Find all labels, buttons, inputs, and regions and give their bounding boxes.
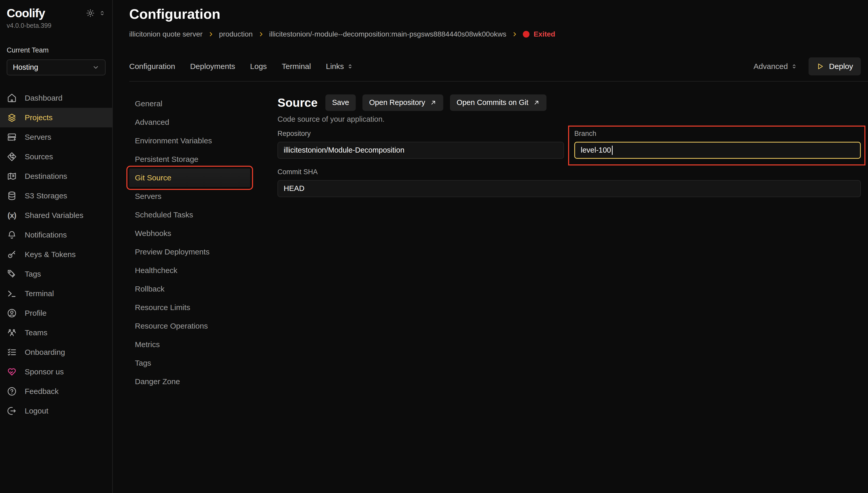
open-repository-label: Open Repository xyxy=(369,98,425,107)
sidebar-item-label: Profile xyxy=(25,309,47,318)
breadcrumb-project[interactable]: illicitonion quote server xyxy=(129,30,203,38)
commit-sha-value: HEAD xyxy=(284,184,304,193)
open-commits-label: Open Commits on Git xyxy=(457,98,528,107)
sidebar-item-tags[interactable]: Tags xyxy=(0,264,112,284)
subnav-item-healthcheck[interactable]: Healthcheck xyxy=(129,261,250,280)
subnav-item-advanced[interactable]: Advanced xyxy=(129,113,250,131)
repository-label: Repository xyxy=(277,130,564,138)
page-title: Configuration xyxy=(129,7,868,21)
sidebar-item-s3-storages[interactable]: S3 Storages xyxy=(0,186,112,206)
breadcrumb: illicitonion quote server production ill… xyxy=(129,30,868,38)
breadcrumb-application[interactable]: illicitestonion/-module--decomposition:m… xyxy=(269,30,506,38)
sidebar-item-feedback[interactable]: Feedback xyxy=(0,382,112,401)
external-link-icon xyxy=(430,99,437,106)
subnav-item-webhooks[interactable]: Webhooks xyxy=(129,224,250,243)
sidebar-item-notifications[interactable]: Notifications xyxy=(0,225,112,245)
repository-field: Repository illicitestonion/Module-Decomp… xyxy=(277,130,564,159)
subnav-item-environment-variables[interactable]: Environment Variables xyxy=(129,131,250,150)
sidebar-item-label: Projects xyxy=(25,113,52,122)
sidebar-item-onboarding[interactable]: Onboarding xyxy=(0,342,112,362)
theme-selector-chevrons-icon[interactable] xyxy=(99,10,106,17)
team-select[interactable]: Hosting xyxy=(7,60,106,76)
sidebar-item-label: Onboarding xyxy=(25,348,65,357)
sidebar-item-sources[interactable]: Sources xyxy=(0,147,112,167)
breadcrumb-environment[interactable]: production xyxy=(219,30,253,38)
deploy-label: Deploy xyxy=(829,62,853,71)
sidebar: Coolify v4.0.0-beta xyxy=(0,0,113,493)
source-section: Source Save Open Repository Open Commits… xyxy=(277,94,868,493)
deploy-button[interactable]: Deploy xyxy=(808,57,861,76)
tab-links[interactable]: Links xyxy=(326,62,353,71)
variable-icon: (x) xyxy=(7,210,17,220)
subnav-item-resource-limits[interactable]: Resource Limits xyxy=(129,298,250,317)
app-root: Coolify v4.0.0-beta xyxy=(0,0,868,493)
app-version: v4.0.0-beta.399 xyxy=(0,22,112,29)
tab-label: Deployments xyxy=(190,62,235,71)
sidebar-item-teams[interactable]: Teams xyxy=(0,323,112,342)
sidebar-item-shared-variables[interactable]: (x) Shared Variables xyxy=(0,206,112,225)
sidebar-item-logout[interactable]: Logout xyxy=(0,401,112,421)
chevron-down-icon xyxy=(92,64,99,71)
sidebar-item-label: S3 Storages xyxy=(25,191,67,200)
status-dot-icon xyxy=(523,31,529,38)
configuration-subnav: GeneralAdvancedEnvironment VariablesPers… xyxy=(129,94,250,493)
commit-sha-field: Commit SHA HEAD xyxy=(277,168,861,197)
tab-label: Configuration xyxy=(129,62,175,71)
text-cursor xyxy=(612,146,613,155)
save-label: Save xyxy=(332,98,349,107)
subnav-item-persistent-storage[interactable]: Persistent Storage xyxy=(129,150,250,169)
section-title: Source xyxy=(277,96,318,110)
sidebar-item-sponsor-us[interactable]: Sponsor us xyxy=(0,362,112,382)
subnav-item-metrics[interactable]: Metrics xyxy=(129,335,250,354)
subnav-item-general[interactable]: General xyxy=(129,94,250,113)
branch-input[interactable]: level-100 xyxy=(574,142,861,159)
heart-icon xyxy=(7,367,17,377)
sidebar-item-label: Sources xyxy=(25,152,53,161)
subnav-item-servers[interactable]: Servers xyxy=(129,187,250,206)
subnav-item-git-source[interactable]: Git Source xyxy=(129,169,250,187)
theme-toggle-sun-icon[interactable] xyxy=(86,9,95,18)
sidebar-item-destinations[interactable]: Destinations xyxy=(0,167,112,186)
sidebar-item-dashboard[interactable]: Dashboard xyxy=(0,88,112,108)
tab-terminal[interactable]: Terminal xyxy=(282,62,311,71)
advanced-toggle[interactable]: Advanced xyxy=(754,62,797,71)
sidebar-item-label: Tags xyxy=(25,270,41,278)
open-commits-button[interactable]: Open Commits on Git xyxy=(450,94,547,111)
subnav-item-scheduled-tasks[interactable]: Scheduled Tasks xyxy=(129,206,250,224)
tab-deployments[interactable]: Deployments xyxy=(190,62,235,71)
tab-logs[interactable]: Logs xyxy=(250,62,267,71)
sidebar-item-profile[interactable]: Profile xyxy=(0,303,112,323)
subnav-item-resource-operations[interactable]: Resource Operations xyxy=(129,317,250,335)
logout-icon xyxy=(7,406,17,416)
tab-label: Logs xyxy=(250,62,267,71)
subnav-item-tags[interactable]: Tags xyxy=(129,354,250,372)
database-icon xyxy=(7,191,17,201)
commit-sha-input[interactable]: HEAD xyxy=(277,180,861,197)
team-select-value: Hosting xyxy=(13,63,38,71)
repository-input[interactable]: illicitestonion/Module-Decomposition xyxy=(277,142,564,159)
open-repository-button[interactable]: Open Repository xyxy=(362,94,443,111)
save-button[interactable]: Save xyxy=(325,94,356,111)
chevron-right-icon xyxy=(258,31,264,37)
sidebar-item-projects[interactable]: Projects xyxy=(0,108,112,127)
branch-label: Branch xyxy=(574,130,861,138)
subnav-item-preview-deployments[interactable]: Preview Deployments xyxy=(129,243,250,261)
repository-value: illicitestonion/Module-Decomposition xyxy=(284,146,404,154)
advanced-label: Advanced xyxy=(754,62,788,71)
subnav-item-rollback[interactable]: Rollback xyxy=(129,280,250,298)
chevrons-up-down-icon xyxy=(347,63,353,69)
sidebar-item-label: Logout xyxy=(25,407,48,415)
chevrons-up-down-icon xyxy=(791,63,797,69)
sidebar-item-servers[interactable]: Servers xyxy=(0,127,112,147)
subnav-item-danger-zone[interactable]: Danger Zone xyxy=(129,372,250,391)
external-link-icon xyxy=(533,99,540,106)
branch-field: Branch level-100 xyxy=(574,130,861,159)
sidebar-item-label: Destinations xyxy=(25,172,67,180)
sidebar-item-keys-tokens[interactable]: Keys & Tokens xyxy=(0,245,112,264)
sidebar-item-terminal[interactable]: Terminal xyxy=(0,284,112,303)
branch-annotation-box: Branch level-100 xyxy=(568,126,865,166)
sidebar-item-label: Servers xyxy=(25,133,51,142)
tabbar-divider xyxy=(129,81,868,82)
git-source-icon xyxy=(7,152,17,162)
tab-configuration[interactable]: Configuration xyxy=(129,62,175,71)
